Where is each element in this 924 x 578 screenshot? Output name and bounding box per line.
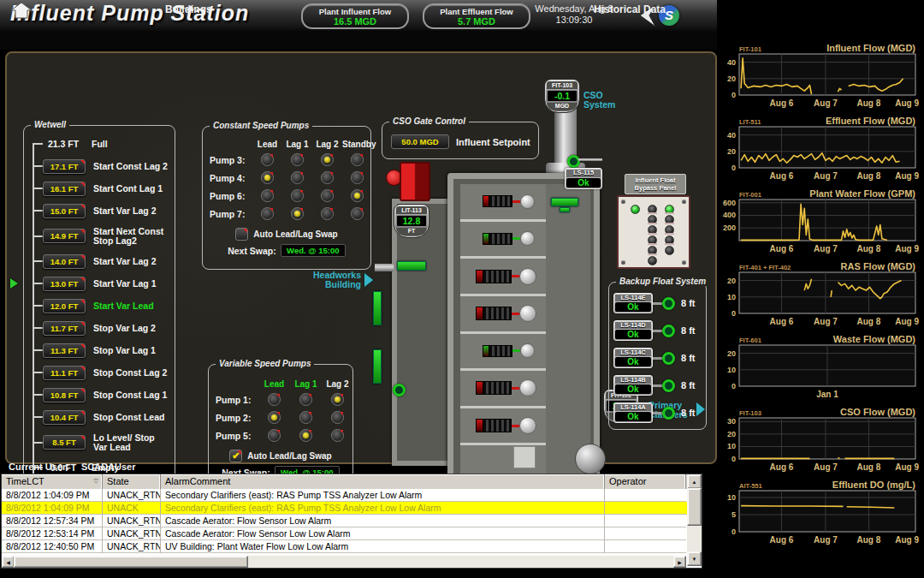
level-setpoint-button[interactable]: 14.0 FT bbox=[43, 254, 86, 269]
svg-text:FIT-103: FIT-103 bbox=[739, 409, 761, 417]
trend-chart-fit-103[interactable]: FIT-103CSO Flow (MGD)0102030Aug 6Aug 7Au… bbox=[720, 407, 921, 479]
nav-tab-historical-data[interactable]: Historical Data bbox=[594, 3, 666, 15]
level-label: Start Var Lag 1 bbox=[93, 279, 157, 289]
radio-corner-flag bbox=[329, 154, 333, 158]
pump-position-radio[interactable] bbox=[331, 393, 344, 406]
level-setpoint-button[interactable]: 10.4 FT bbox=[43, 410, 86, 425]
pump-position-radio[interactable] bbox=[351, 153, 364, 166]
pump-position-radio[interactable] bbox=[299, 411, 312, 424]
pump-stopped[interactable] bbox=[476, 305, 536, 322]
pump-position-radio[interactable] bbox=[321, 171, 334, 184]
plant-effluent-flow-button[interactable]: Plant Effluent Flow 5.7 MGD bbox=[423, 3, 530, 29]
scroll-down-button[interactable]: ▼ bbox=[687, 551, 702, 566]
pump-position-radio[interactable] bbox=[291, 153, 304, 166]
alarm-row[interactable]: 8/8/2012 12:53:14 PMUNACK_RTNCascade Aer… bbox=[2, 527, 702, 540]
trend-chart-fit-601[interactable]: FIT-601Waste Flow (MGD)01020Jan 1 bbox=[720, 334, 921, 406]
pump-position-radio[interactable] bbox=[299, 429, 312, 442]
level-setpoint-button[interactable]: 15.0 FT bbox=[43, 204, 86, 218]
pump-running[interactable] bbox=[483, 343, 535, 358]
pump-position-radio[interactable] bbox=[321, 153, 334, 166]
svg-text:20: 20 bbox=[727, 349, 736, 358]
alarm-column-header-timelct[interactable]: TimeLCT▽ bbox=[2, 474, 103, 489]
pump-position-radio[interactable] bbox=[261, 153, 274, 166]
pump-position-radio[interactable] bbox=[268, 393, 281, 406]
pump-volute bbox=[519, 417, 536, 434]
float-switch-icon bbox=[662, 352, 675, 365]
pump-position-radio[interactable] bbox=[351, 189, 364, 202]
scroll-left-button[interactable]: ◀ bbox=[2, 556, 15, 568]
level-setpoint-button[interactable]: 16.1 FT bbox=[43, 182, 86, 196]
influent-valve[interactable] bbox=[397, 261, 426, 271]
radio-cell bbox=[312, 207, 342, 220]
nav-tab-buildings[interactable]: Buildings bbox=[165, 3, 212, 15]
alarm-column-header-alarmcomment[interactable]: AlarmComment bbox=[161, 474, 605, 489]
level-setpoint-button[interactable]: 13.0 FT bbox=[43, 277, 86, 291]
horizontal-scroll-thumb[interactable] bbox=[14, 556, 248, 568]
pump-position-radio[interactable] bbox=[261, 189, 274, 202]
pump-position-radio[interactable] bbox=[331, 411, 344, 424]
gate-indicator bbox=[373, 291, 382, 325]
pump-position-radio[interactable] bbox=[268, 429, 281, 442]
pump-position-radio[interactable] bbox=[299, 393, 312, 406]
plant-influent-flow-button[interactable]: Plant Influent Flow 16.5 MGD bbox=[301, 3, 409, 29]
svg-text:Aug 9: Aug 9 bbox=[895, 462, 919, 472]
level-setpoint-button[interactable]: 14.9 FT bbox=[43, 229, 86, 243]
alarm-column-header-state[interactable]: State bbox=[103, 474, 161, 489]
level-setpoint-button[interactable]: 11.1 FT bbox=[43, 366, 86, 380]
auto-swap-checkbox[interactable]: ✔ bbox=[229, 450, 242, 462]
alarm-row[interactable]: 8/8/2012 1:04:09 PMUNACK_RTNSecondary Cl… bbox=[2, 489, 702, 502]
pump-position-radio[interactable] bbox=[351, 171, 364, 184]
alarm-row[interactable]: 8/8/2012 12:40:50 PMUNACK_RTNUV Building… bbox=[2, 540, 702, 553]
home-button[interactable] bbox=[10, 2, 33, 19]
level-label: Start Next ConstStop Lag2 bbox=[93, 227, 163, 245]
trend-chart-fit-001[interactable]: FIT-001Plant Water Flow (GPM)200400600Au… bbox=[720, 188, 921, 260]
vertical-scroll-thumb[interactable] bbox=[687, 488, 702, 526]
column-header: Lag 2 bbox=[312, 140, 342, 149]
headworks-building-link[interactable]: Headworks Building bbox=[303, 271, 361, 289]
pump-position-radio[interactable] bbox=[291, 171, 304, 184]
pump-position-radio[interactable] bbox=[351, 207, 364, 220]
pump-position-radio[interactable] bbox=[321, 189, 334, 202]
trend-chart-fit-401-fit-402[interactable]: FIT-401 + FIT-402RAS Flow (MGD)01020Aug … bbox=[720, 261, 921, 333]
scroll-right-button[interactable]: ▶ bbox=[673, 556, 686, 568]
trend-chart-lit-511[interactable]: LIT-511Effluent Flow (MGD)02040Aug 6Aug … bbox=[720, 116, 921, 188]
pump-stopped[interactable] bbox=[476, 417, 536, 434]
pump-status-cap bbox=[476, 307, 483, 320]
pump-row: Pump 5: bbox=[209, 426, 352, 444]
level-setpoint-button[interactable]: 8.5 FT bbox=[43, 435, 86, 450]
cso-system-link[interactable]: CSO System bbox=[583, 91, 615, 110]
alarm-row[interactable]: 8/8/2012 1:04:09 PMUNACKSecondary Clarif… bbox=[2, 502, 702, 515]
pump-position-radio[interactable] bbox=[331, 429, 344, 442]
pump-running[interactable] bbox=[483, 231, 535, 246]
alarm-row[interactable]: 8/8/2012 12:57:34 PMUNACK_RTNCascade Aer… bbox=[2, 515, 702, 527]
pump-position-radio[interactable] bbox=[261, 171, 274, 184]
pump-label: Pump 3: bbox=[210, 155, 252, 165]
alarm-column-header-operator[interactable]: Operator bbox=[605, 474, 686, 489]
pump-position-radio[interactable] bbox=[291, 207, 304, 220]
trend-chart-fit-101[interactable]: FIT-101Influent Flow (MGD)02040Aug 6Aug … bbox=[720, 43, 921, 115]
level-setpoint-button[interactable]: 11.7 FT bbox=[43, 321, 86, 336]
level-setpoint-button[interactable]: 12.0 FT bbox=[43, 299, 86, 313]
pump-stopped[interactable] bbox=[476, 268, 536, 285]
alarm-vertical-scrollbar[interactable]: ▲ ▼ bbox=[687, 474, 702, 566]
trend-chart-ait-551[interactable]: AIT-551Effluent DO (mg/L)0510Aug 6Aug 7A… bbox=[720, 480, 921, 551]
alarm-horizontal-scrollbar[interactable]: ◀ ▶ bbox=[2, 556, 686, 568]
svg-text:600: 600 bbox=[723, 199, 736, 207]
level-setpoint-button[interactable]: 10.8 FT bbox=[43, 388, 86, 402]
pump-shaft bbox=[512, 425, 519, 427]
scroll-up-button[interactable]: ▲ bbox=[687, 474, 702, 489]
level-setpoint-button[interactable]: 11.3 FT bbox=[43, 343, 86, 358]
wetwell-level-row: 16.1 FTStart Cont Lag 1 bbox=[24, 177, 175, 200]
pump-cell bbox=[460, 368, 548, 406]
svg-text:Aug 9: Aug 9 bbox=[895, 317, 919, 326]
pump-stopped[interactable] bbox=[476, 379, 536, 396]
pump-position-radio[interactable] bbox=[321, 207, 334, 220]
cso-gate-valve[interactable] bbox=[551, 198, 578, 206]
pump-position-radio[interactable] bbox=[291, 189, 304, 202]
influent-setpoint-button[interactable]: 50.0 MGD bbox=[391, 134, 449, 149]
pump-stopped[interactable] bbox=[483, 194, 535, 209]
pump-position-radio[interactable] bbox=[268, 411, 281, 424]
level-setpoint-button[interactable]: 17.1 FT bbox=[43, 159, 86, 174]
pump-position-radio[interactable] bbox=[261, 207, 274, 220]
auto-swap-checkbox[interactable] bbox=[235, 228, 248, 241]
